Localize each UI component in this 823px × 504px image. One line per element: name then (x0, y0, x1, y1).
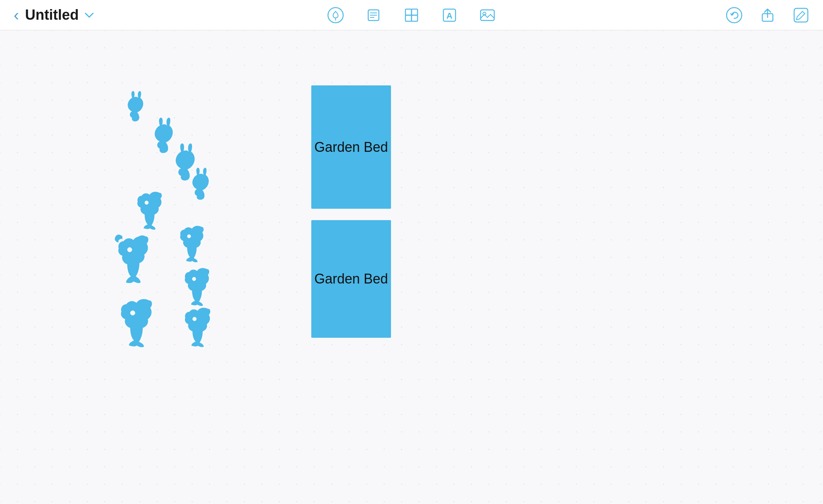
pen-tool-icon[interactable] (327, 7, 344, 24)
rabbit-1 (128, 91, 143, 121)
text-tool-icon[interactable]: A (441, 7, 458, 24)
canvas[interactable]: Garden Bed Garden Bed (0, 30, 823, 504)
toolbar: ‹ Untitled (0, 0, 823, 30)
share-icon[interactable] (759, 7, 776, 24)
svg-rect-7 (412, 9, 418, 15)
svg-rect-12 (481, 10, 494, 20)
edit-icon[interactable] (793, 7, 809, 24)
title-chevron-icon[interactable] (84, 9, 95, 21)
hen-4 (121, 299, 152, 347)
svg-rect-9 (412, 15, 418, 21)
svg-rect-8 (405, 15, 412, 21)
media-icon[interactable] (479, 7, 496, 24)
hen-5 (185, 308, 210, 347)
rabbit-4 (192, 168, 209, 200)
rabbit-2 (155, 118, 173, 153)
rabbit-3 (176, 143, 195, 181)
toolbar-right (726, 7, 809, 24)
hen-1 (137, 192, 162, 230)
svg-text:A: A (446, 11, 452, 20)
svg-point-14 (727, 8, 742, 23)
toolbar-left: ‹ Untitled (14, 7, 95, 23)
document-title: Untitled (25, 7, 79, 23)
rooster (115, 235, 148, 283)
svg-rect-6 (405, 9, 412, 15)
shapes-icon[interactable] (403, 7, 420, 24)
animals-layer (0, 30, 823, 504)
undo-icon[interactable] (726, 7, 743, 24)
hen-2 (180, 226, 204, 262)
hen-3 (185, 268, 209, 306)
toolbar-center: A (327, 7, 496, 24)
back-button[interactable]: ‹ (14, 7, 19, 23)
notes-icon[interactable] (365, 7, 382, 24)
